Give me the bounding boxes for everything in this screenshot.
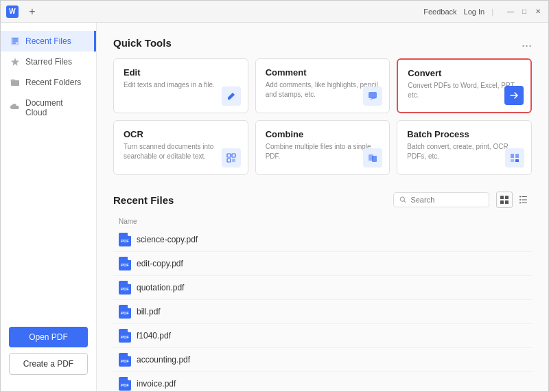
quick-tools-more-button[interactable]: ...: [522, 36, 532, 49]
main-layout: Recent Files Starred Files Recent Folder…: [1, 23, 548, 391]
login-button[interactable]: Log In: [464, 8, 485, 16]
file-pdf-icon: PDF: [119, 233, 131, 246]
table-row[interactable]: PDF bill.pdf: [113, 300, 532, 324]
svg-rect-10: [232, 159, 235, 162]
svg-rect-8: [232, 154, 235, 157]
tool-ocr-desc: Turn scanned documents into searchable o…: [124, 142, 238, 161]
svg-rect-13: [511, 154, 514, 158]
file-pdf-icon: PDF: [119, 353, 131, 367]
sidebar-item-label: Starred Files: [25, 57, 72, 67]
recent-files-header: Recent Files: [113, 192, 532, 208]
app-window: W + Feedback Log In | — □ ✕ Recent Files: [0, 0, 549, 392]
tool-combine-icon: [363, 148, 382, 168]
maximize-button[interactable]: □: [519, 7, 529, 16]
file-name: quotation.pdf: [137, 283, 184, 292]
tool-edit-desc: Edit texts and images in a file.: [124, 80, 238, 90]
search-input[interactable]: [410, 196, 483, 204]
tool-card-convert[interactable]: Convert Convert PDFs to Word, Excel, PPT…: [397, 58, 532, 113]
file-pdf-icon: PDF: [119, 377, 131, 391]
tool-combine-title: Combine: [266, 129, 380, 139]
tool-convert-title: Convert: [408, 68, 521, 78]
file-pdf-icon: PDF: [119, 329, 131, 343]
document-cloud-icon: [10, 103, 20, 113]
sidebar-item-recent-files[interactable]: Recent Files: [1, 31, 96, 51]
sidebar-buttons: Open PDF Create a PDF: [1, 319, 96, 383]
file-name: f1040.pdf: [137, 331, 171, 341]
grid-view-toggle[interactable]: [496, 192, 513, 208]
starred-files-icon: [10, 57, 20, 67]
tool-card-batch-process[interactable]: Batch Process Batch convert, create, pri…: [397, 120, 532, 175]
table-row[interactable]: PDF accounting.pdf: [113, 348, 532, 372]
file-pdf-icon: PDF: [119, 257, 131, 270]
sidebar-item-label: Recent Files: [25, 36, 71, 46]
tool-convert-icon: [504, 86, 524, 105]
svg-rect-1: [12, 38, 18, 40]
svg-point-25: [519, 203, 521, 204]
window-controls: — □ ✕: [506, 7, 543, 16]
file-pdf-icon: PDF: [119, 305, 131, 319]
tool-combine-desc: Combine multiple files into a single PDF…: [266, 142, 380, 161]
tool-comment-desc: Add comments, like highlights, pencil an…: [266, 80, 380, 100]
file-name: bill.pdf: [137, 307, 161, 316]
title-bar-right: Feedback Log In | — □ ✕: [423, 7, 543, 16]
sidebar-item-document-cloud[interactable]: Document Cloud: [1, 93, 96, 123]
file-list: PDF science-copy.pdf PDF edit-copy.pdf P…: [113, 228, 532, 391]
svg-rect-21: [500, 200, 504, 204]
sidebar-item-starred-files[interactable]: Starred Files: [1, 51, 96, 72]
svg-rect-14: [515, 154, 519, 158]
svg-rect-19: [500, 196, 504, 199]
svg-rect-7: [227, 154, 231, 157]
search-icon: [399, 196, 406, 204]
table-row[interactable]: PDF f1040.pdf: [113, 324, 532, 348]
table-row[interactable]: PDF invoice.pdf: [113, 372, 532, 391]
svg-rect-28: [522, 203, 527, 203]
title-bar: W + Feedback Log In | — □ ✕: [1, 1, 548, 23]
file-name: edit-copy.pdf: [137, 259, 183, 268]
minimize-button[interactable]: —: [506, 7, 515, 16]
sidebar-item-recent-folders[interactable]: Recent Folders: [1, 72, 96, 93]
file-name: invoice.pdf: [137, 379, 176, 389]
file-table-header: Name: [113, 215, 532, 228]
svg-point-24: [519, 199, 521, 200]
tool-ocr-icon: [222, 148, 241, 168]
feedback-link[interactable]: Feedback: [423, 8, 456, 16]
tools-grid: Edit Edit texts and images in a file. Co…: [113, 58, 532, 175]
content-area: Quick Tools ... Edit Edit texts and imag…: [97, 23, 548, 391]
svg-marker-4: [11, 58, 19, 66]
table-row[interactable]: PDF quotation.pdf: [113, 276, 532, 300]
quick-tools-title: Quick Tools: [113, 37, 172, 49]
sidebar: Recent Files Starred Files Recent Folder…: [1, 23, 97, 391]
tab-bar: +: [24, 3, 418, 20]
open-pdf-button[interactable]: Open PDF: [9, 327, 88, 347]
file-table: Name PDF science-copy.pdf PDF edit-copy.…: [113, 215, 532, 391]
sidebar-item-label: Document Cloud: [25, 98, 86, 117]
tool-batch-desc: Batch convert, create, print, OCR PDFs, …: [407, 142, 522, 161]
svg-rect-6: [369, 92, 377, 98]
list-view-toggle[interactable]: [515, 192, 532, 208]
tool-card-edit[interactable]: Edit Edit texts and images in a file.: [113, 58, 248, 113]
table-row[interactable]: PDF science-copy.pdf: [113, 228, 532, 252]
close-button[interactable]: ✕: [533, 7, 543, 16]
svg-rect-16: [515, 159, 519, 162]
tool-batch-title: Batch Process: [407, 129, 522, 139]
svg-rect-2: [12, 41, 18, 42]
tool-comment-title: Comment: [266, 67, 380, 78]
search-box[interactable]: [393, 192, 489, 207]
svg-rect-5: [11, 80, 19, 86]
tool-card-combine[interactable]: Combine Combine multiple files into a si…: [255, 120, 390, 175]
file-name: accounting.pdf: [137, 355, 190, 365]
tool-ocr-title: OCR: [124, 129, 238, 139]
svg-rect-27: [522, 200, 527, 200]
svg-rect-22: [505, 200, 509, 204]
recent-files-title: Recent Files: [113, 194, 174, 206]
svg-rect-3: [12, 43, 16, 44]
create-pdf-button[interactable]: Create a PDF: [9, 353, 88, 375]
tool-card-ocr[interactable]: OCR Turn scanned documents into searchab…: [113, 120, 248, 175]
new-tab-button[interactable]: +: [24, 3, 40, 20]
tool-edit-icon: [222, 87, 241, 106]
svg-rect-26: [522, 196, 527, 197]
tool-card-comment[interactable]: Comment Add comments, like highlights, p…: [255, 58, 390, 113]
table-row[interactable]: PDF edit-copy.pdf: [113, 252, 532, 276]
tool-batch-icon: [505, 148, 524, 168]
recent-folders-icon: [10, 78, 20, 87]
